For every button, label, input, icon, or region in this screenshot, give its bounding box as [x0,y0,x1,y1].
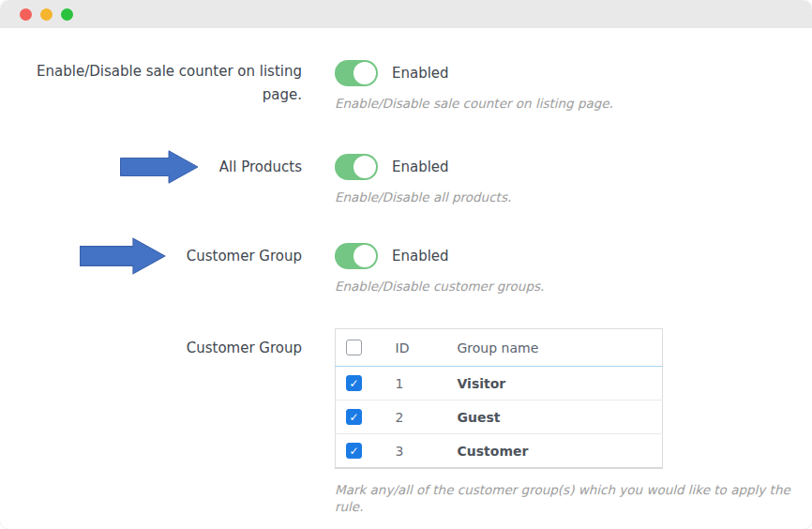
all-products-helper: Enable/Disable all products. [335,189,511,205]
settings-form: Enable/Disable sale counter on listing p… [0,28,812,515]
row-checkbox[interactable]: ✓ [346,409,362,425]
sale-counter-helper: Enable/Disable sale counter on listing p… [335,95,613,112]
table-row: ✓ 3 Customer [336,434,663,469]
table-row: ✓ 1 Visitor [336,367,663,401]
group-name-cell: Visitor [435,367,663,401]
sale-counter-label: Enable/Disable sale counter on listing p… [0,60,302,107]
customer-group-table-label: Customer Group [0,328,302,360]
form-row-customer-group: Customer Group Enabled Enable/Disable cu… [0,243,812,295]
row-checkbox[interactable]: ✓ [346,443,362,459]
arrow-right-icon [120,150,199,184]
toggle-knob [353,156,376,178]
all-products-label-cell: All Products [0,154,302,180]
close-button[interactable] [20,8,32,21]
group-id-cell: 2 [381,401,435,434]
checkmark-icon: ✓ [349,412,358,423]
group-id-cell: 3 [381,434,435,469]
group-name-cell: Customer [435,434,663,469]
customer-group-helper: Enable/Disable customer groups. [335,278,544,295]
select-all-checkbox[interactable]: ✓ [346,340,362,355]
group-id-cell: 1 [381,367,435,401]
form-row-customer-group-table: Customer Group ✓ ID Group name [0,328,812,515]
column-header-group-name: Group name [435,329,663,367]
customer-group-toggle[interactable] [335,243,378,269]
toggle-state-label: Enabled [392,159,449,175]
settings-window: Enable/Disable sale counter on listing p… [0,0,812,529]
checkmark-icon: ✓ [349,446,358,457]
form-row-all-products: All Products Enabled Enable/Disable all … [0,154,812,205]
column-header-id: ID [381,329,435,367]
zoom-button[interactable] [61,8,73,21]
form-row-sale-counter: Enable/Disable sale counter on listing p… [0,60,812,112]
toggle-knob [353,62,376,84]
customer-group-table: ✓ ID Group name ✓ [335,328,663,469]
customer-group-label: Customer Group [187,248,302,264]
table-row: ✓ 2 Guest [336,401,663,434]
window-titlebar [0,0,812,28]
arrow-right-icon [80,237,166,275]
customer-group-label-cell: Customer Group [0,243,302,269]
all-products-toggle[interactable] [335,154,378,180]
all-products-label: All Products [219,159,302,175]
customer-group-table-helper: Mark any/all of the customer group(s) wh… [335,481,812,515]
table-header-row: ✓ ID Group name [336,329,663,367]
row-checkbox[interactable]: ✓ [346,375,362,391]
sale-counter-toggle[interactable] [335,60,378,86]
toggle-state-label: Enabled [392,248,449,264]
minimize-button[interactable] [40,8,53,21]
group-name-cell: Guest [435,401,663,434]
toggle-knob [353,245,376,267]
toggle-state-label: Enabled [392,65,449,82]
checkmark-icon: ✓ [349,378,358,389]
